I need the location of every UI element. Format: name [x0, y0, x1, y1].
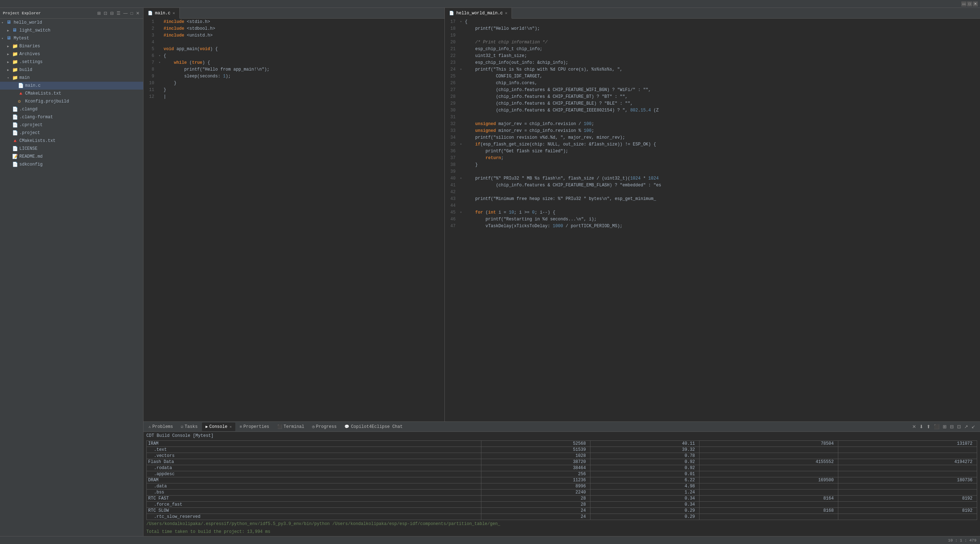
sidebar-item-main_c[interactable]: 📄main.c: [0, 82, 143, 90]
code-line-31: 31: [445, 114, 980, 121]
toolbar-btn-0[interactable]: ✕: [911, 424, 917, 429]
table-row: .rtc_slow_reserved240.29: [147, 514, 977, 520]
row-pct: 0.78: [590, 453, 700, 459]
code-content-right[interactable]: 17▾{18 printf("Hello world!\n");19 20 /*…: [445, 19, 980, 422]
sidebar-close[interactable]: ✕: [135, 11, 140, 16]
fold-icon-35[interactable]: ▾: [460, 141, 462, 148]
fold-icon-24[interactable]: ▾: [460, 66, 462, 73]
toolbar-btn-3[interactable]: ⬛: [933, 424, 940, 429]
sidebar-icon-menu[interactable]: ☰: [116, 11, 121, 16]
bottom-tab-properties[interactable]: ≡Properties: [236, 422, 273, 431]
row-used: 38720: [481, 459, 590, 465]
code-line-8: 8 printf("Hello from app_main!\n");: [143, 66, 444, 73]
code-line-28: 28 (chip_info.features & CHIP_FEATURE_BT…: [445, 94, 980, 100]
tab-file-icon-left: 📄: [148, 11, 153, 16]
sidebar-item-Binaries[interactable]: ▶📁Binaries: [0, 42, 143, 50]
fold-icon-45[interactable]: ▾: [460, 209, 462, 216]
bottom-tab-console[interactable]: ▶Console✕: [202, 422, 235, 431]
tab-hello-world[interactable]: 📄 hello_world_main.c ✕: [445, 8, 512, 19]
sidebar-item-hello_world[interactable]: ▾🖥hello_world: [0, 19, 143, 27]
icon-sdkconfig: 📄: [12, 162, 18, 167]
icon-CMakeLists_root: 🔺: [12, 138, 18, 144]
tab-main-c[interactable]: 📄 main.c ✕: [143, 8, 180, 19]
chevron-main: ▾: [7, 76, 12, 80]
maximize-btn[interactable]: □: [967, 2, 972, 6]
sidebar-item-project[interactable]: 📄.project: [0, 129, 143, 137]
sidebar-item-Archives[interactable]: ▶📁Archives: [0, 50, 143, 58]
label-sdkconfig: sdkconfig: [19, 162, 43, 167]
label-CMakeLists_main: CMakeLists.txt: [25, 91, 61, 96]
sidebar-item-clang_format[interactable]: 📄.clang-format: [0, 113, 143, 121]
bottom-tab-icon-problems: ⚠: [148, 424, 151, 429]
code-line-33: 33 unsigned minor_rev = chip_info.revisi…: [445, 128, 980, 135]
tab-close-left[interactable]: ✕: [173, 11, 175, 16]
sidebar-item-sdkconfig[interactable]: 📄sdkconfig: [0, 160, 143, 168]
sidebar-item-settings[interactable]: ▶📁.settings: [0, 58, 143, 66]
sidebar-item-CMakeLists_main[interactable]: 🔺CMakeLists.txt: [0, 90, 143, 97]
sidebar-item-build[interactable]: ▶📁build: [0, 66, 143, 74]
line-code-5: void app_main(void) {: [162, 46, 444, 53]
toolbar-btn-6[interactable]: ⊡: [956, 424, 962, 429]
fold-icon-7[interactable]: ▾: [159, 59, 160, 66]
bottom-tab-label-problems: Problems: [153, 424, 173, 429]
icon-Binaries: 📁: [12, 43, 18, 49]
bottom-tab-progress[interactable]: ◷Progress: [309, 422, 340, 431]
toolbar-btn-5[interactable]: ⊟: [949, 424, 955, 429]
console-cmd2: Total time taken to build the project: 1…: [146, 528, 977, 536]
sidebar-item-CMakeLists_root[interactable]: 🔺CMakeLists.txt: [0, 137, 143, 145]
sidebar-item-LICENSE[interactable]: 📄LICENSE: [0, 145, 143, 153]
tab-close-right[interactable]: ✕: [505, 11, 508, 16]
line-code-28: (chip_info.features & CHIP_FEATURE_BT) ?…: [463, 94, 980, 100]
row-pct: 4.98: [590, 484, 700, 490]
bottom-tab-problems[interactable]: ⚠Problems: [145, 422, 177, 431]
label-light_switch: light_switch: [19, 28, 50, 33]
tab-close-console[interactable]: ✕: [229, 425, 232, 429]
bottom-panel: ⚠Problems☑Tasks▶Console✕≡Properties⬛Term…: [143, 422, 980, 536]
icon-main_c: 📄: [18, 83, 24, 89]
sidebar-item-light_switch[interactable]: ▶🖥light_switch: [0, 27, 143, 34]
row-label: .force_fast: [147, 502, 481, 508]
row-region: [700, 514, 838, 520]
sidebar-icon-filter[interactable]: ⊟: [110, 11, 115, 16]
toolbar-btn-8[interactable]: ↙: [970, 424, 977, 429]
bottom-tab-copilot4eclipse-chat[interactable]: 💬Copilot4Eclipse Chat: [341, 422, 406, 431]
toolbar-btn-4[interactable]: ⊞: [942, 424, 948, 429]
row-total: [838, 471, 977, 477]
sidebar-item-main[interactable]: ▾📁main: [0, 74, 143, 82]
sidebar-item-README[interactable]: 📝README.md: [0, 153, 143, 160]
bottom-tab-terminal[interactable]: ⬛Terminal: [274, 422, 308, 431]
code-content-left[interactable]: 1#include <stdio.h>2#include <stdbool.h>…: [143, 19, 444, 422]
icon-settings: 📁: [12, 59, 18, 65]
minimize-btn[interactable]: —: [961, 2, 966, 6]
fold-icon-40[interactable]: ▾: [460, 175, 462, 182]
fold-icon-6[interactable]: ▾: [159, 53, 160, 59]
code-line-26: 26 chip_info.cores,: [445, 80, 980, 87]
toolbar-btn-7[interactable]: ↗: [963, 424, 969, 429]
toolbar-btn-2[interactable]: ⬆: [926, 424, 932, 429]
console-title: CDT Build Console [Mytest]: [146, 433, 977, 438]
row-total: 180736: [838, 477, 977, 484]
line-code-32: unsigned major_rev = chip_info.revision …: [463, 121, 980, 128]
sidebar-minimize[interactable]: —: [123, 11, 129, 16]
code-line-12: 12|: [143, 94, 444, 100]
bottom-toolbar: ✕⬇⬆⬛⊞⊟⊡↗↙: [911, 424, 978, 429]
fold-icon-17[interactable]: ▾: [460, 19, 462, 25]
toolbar-btn-1[interactable]: ⬇: [918, 424, 924, 429]
sidebar-icon-collapse[interactable]: ⊞: [97, 11, 102, 16]
close-btn[interactable]: ✕: [973, 2, 978, 6]
build-table: IRAM5256840.1178504131072.text5153939.32…: [146, 441, 977, 520]
sidebar-item-cproject[interactable]: 📄.cproject: [0, 121, 143, 129]
sidebar-icon-link[interactable]: ⊡: [103, 11, 108, 16]
sidebar-maximize[interactable]: □: [130, 11, 134, 16]
sidebar-item-Mytest[interactable]: ▾🖥Mytest: [0, 34, 143, 42]
sidebar-item-clangd[interactable]: 📄.clangd: [0, 105, 143, 113]
sidebar-item-Kconfig[interactable]: ⚙Kconfig.projbuild: [0, 97, 143, 105]
chevron-settings: ▶: [7, 60, 12, 64]
line-code-17: {: [463, 19, 980, 25]
code-line-36: 36 printf("Get flash size failed");: [445, 148, 980, 155]
line-code-22: uint32_t flash_size;: [463, 53, 980, 59]
row-region: [700, 453, 838, 459]
label-Binaries: Binaries: [19, 44, 40, 49]
bottom-tab-tasks[interactable]: ☑Tasks: [177, 422, 201, 431]
code-line-9: 9 sleep(seconds: 1);: [143, 73, 444, 80]
